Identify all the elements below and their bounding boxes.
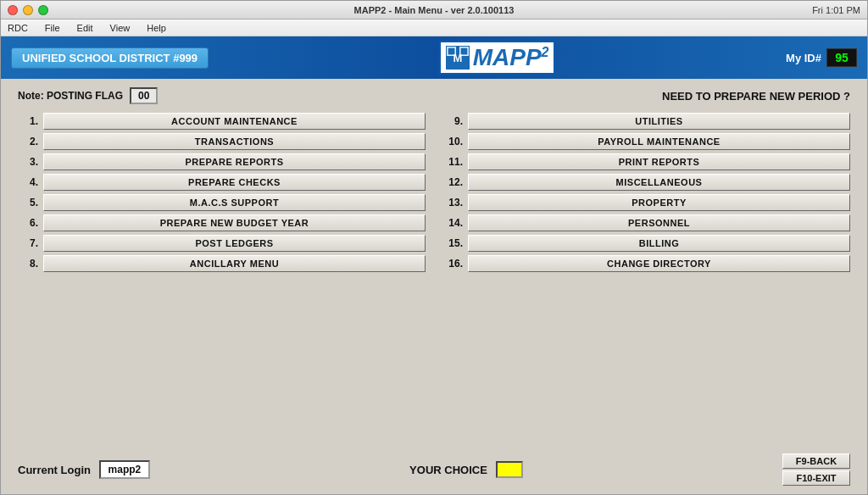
menu-row-10: 10. PAYROLL MAINTENANCE [442, 133, 850, 150]
print-reports-button[interactable]: PRINT REPORTS [468, 153, 850, 170]
posting-flag-label: Note: POSTING FLAG [18, 90, 123, 102]
payroll-maintenance-button[interactable]: PAYROLL MAINTENANCE [468, 133, 850, 150]
menu-row-14: 14. PERSONNEL [442, 214, 850, 231]
need-prepare-label: NEED TO PREPARE NEW PERIOD ? [662, 90, 850, 103]
logo-area: M MAPP2 [439, 41, 556, 75]
menu-row-1: 1. ACCOUNT MAINTENANCE [18, 113, 426, 130]
posting-flag-area: Note: POSTING FLAG 00 [18, 87, 158, 104]
ancillary-menu-button[interactable]: ANCILLARY MENU [43, 255, 426, 272]
change-directory-button[interactable]: CHANGE DIRECTORY [468, 255, 850, 272]
menu-view[interactable]: View [107, 23, 134, 33]
choice-input[interactable] [496, 461, 523, 478]
system-clock: Fri 1:01 PM [812, 5, 860, 15]
menu-row-5: 5. M.A.C.S SUPPORT [18, 194, 426, 211]
logo-icon: M [446, 46, 470, 70]
personnel-button[interactable]: PERSONNEL [468, 214, 850, 231]
logo-box: M MAPP2 [439, 41, 556, 75]
login-area: Current Login mapp2 [18, 460, 150, 479]
menu-row-9: 9. UTILITIES [442, 113, 850, 130]
menu-num-13: 13. [442, 197, 463, 209]
transactions-button[interactable]: TRANSACTIONS [43, 133, 426, 150]
menu-row-4: 4. PREPARE CHECKS [18, 174, 426, 191]
main-content: Note: POSTING FLAG 00 NEED TO PREPARE NE… [1, 79, 867, 494]
function-buttons: F9-BACK F10-EXIT [782, 453, 850, 486]
menu-row-11: 11. PRINT REPORTS [442, 153, 850, 170]
prepare-reports-button[interactable]: PREPARE REPORTS [43, 153, 426, 170]
menu-num-2: 2. [18, 136, 38, 147]
my-id-label: My ID# [786, 52, 821, 64]
menu-row-3: 3. PREPARE REPORTS [18, 153, 426, 170]
district-name: UNIFIED SCHOOL DISTRICT #999 [11, 47, 209, 69]
f10-exit-button[interactable]: F10-EXIT [782, 470, 850, 486]
menu-num-8: 8. [18, 258, 38, 270]
title-bar: MAPP2 - Main Menu - ver 2.0.100113 Fri 1… [1, 1, 867, 19]
left-menu-column: 1. ACCOUNT MAINTENANCE 2. TRANSACTIONS 3… [18, 113, 426, 440]
account-maintenance-button[interactable]: ACCOUNT MAINTENANCE [43, 113, 426, 130]
menu-num-15: 15. [442, 237, 463, 249]
my-id-area: My ID# 95 [786, 48, 857, 67]
menu-help[interactable]: Help [143, 23, 170, 33]
menu-row-6: 6. PREPARE NEW BUDGET YEAR [18, 214, 426, 231]
menu-num-5: 5. [18, 197, 38, 209]
menu-row-13: 13. PROPERTY [442, 194, 850, 211]
minimize-button[interactable] [23, 5, 33, 15]
prepare-checks-button[interactable]: PREPARE CHECKS [43, 174, 426, 191]
window: MAPP2 - Main Menu - ver 2.0.100113 Fri 1… [0, 0, 868, 495]
login-value: mapp2 [99, 460, 150, 479]
traffic-lights [8, 5, 48, 15]
your-choice-label: YOUR CHOICE [409, 464, 487, 476]
choice-area: YOUR CHOICE [409, 461, 523, 478]
menu-num-14: 14. [442, 217, 463, 229]
menu-num-12: 12. [442, 176, 463, 188]
info-row: Note: POSTING FLAG 00 NEED TO PREPARE NE… [18, 87, 850, 104]
prepare-new-budget-year-button[interactable]: PREPARE NEW BUDGET YEAR [43, 214, 426, 231]
posting-flag-value: 00 [130, 87, 158, 104]
menu-app[interactable]: RDC [4, 23, 31, 33]
billing-button[interactable]: BILLING [468, 235, 850, 252]
menu-num-4: 4. [18, 176, 38, 188]
current-login-label: Current Login [18, 464, 91, 476]
menu-num-6: 6. [18, 217, 38, 229]
clock-display: Fri 1:01 PM [812, 5, 860, 15]
menu-num-9: 9. [442, 115, 463, 127]
f9-back-button[interactable]: F9-BACK [782, 453, 850, 469]
post-ledgers-button[interactable]: POST LEDGERS [43, 235, 426, 252]
menu-row-2: 2. TRANSACTIONS [18, 133, 426, 150]
menu-num-7: 7. [18, 237, 38, 249]
menu-row-8: 8. ANCILLARY MENU [18, 255, 426, 272]
menu-row-16: 16. CHANGE DIRECTORY [442, 255, 850, 272]
close-button[interactable] [8, 5, 18, 15]
menu-num-3: 3. [18, 156, 38, 168]
menu-row-7: 7. POST LEDGERS [18, 235, 426, 252]
menu-bar: RDC File Edit View Help [1, 19, 867, 36]
menu-edit[interactable]: Edit [74, 23, 97, 33]
menu-num-11: 11. [442, 156, 463, 168]
logo-text: MAPP2 [473, 44, 549, 71]
window-title: MAPP2 - Main Menu - ver 2.0.100113 [354, 5, 515, 15]
macs-support-button[interactable]: M.A.C.S SUPPORT [43, 194, 426, 211]
utilities-button[interactable]: UTILITIES [468, 113, 850, 130]
property-button[interactable]: PROPERTY [468, 194, 850, 211]
zoom-button[interactable] [38, 5, 48, 15]
right-menu-column: 9. UTILITIES 10. PAYROLL MAINTENANCE 11.… [442, 113, 850, 440]
app-header: UNIFIED SCHOOL DISTRICT #999 M MAPP2 My … [1, 36, 867, 79]
menu-row-15: 15. BILLING [442, 235, 850, 252]
menu-num-10: 10. [442, 136, 463, 147]
menu-num-1: 1. [18, 115, 38, 127]
my-id-value: 95 [826, 48, 857, 67]
miscellaneous-button[interactable]: MISCELLANEOUS [468, 174, 850, 191]
svg-text:M: M [453, 52, 462, 64]
menu-grid: 1. ACCOUNT MAINTENANCE 2. TRANSACTIONS 3… [18, 113, 850, 440]
menu-file[interactable]: File [42, 23, 64, 33]
menu-num-16: 16. [442, 258, 463, 270]
bottom-row: Current Login mapp2 YOUR CHOICE F9-BACK … [18, 450, 850, 486]
menu-row-12: 12. MISCELLANEOUS [442, 174, 850, 191]
